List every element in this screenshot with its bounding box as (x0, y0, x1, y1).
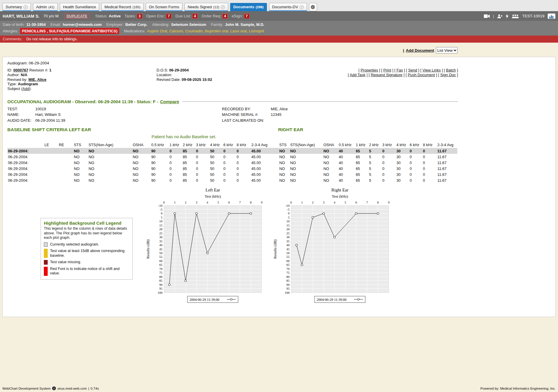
audiogram-row: 06-29-2004:NONONO900850500045.00NONONO40… (7, 160, 457, 166)
legend-item-text: Red Font is to indicate notice of a shif… (50, 267, 129, 276)
medications-list: Aspirin Oral, Calcium, Coumadin, ibuprof… (147, 28, 264, 34)
dob-value: 11-30-1954 (26, 22, 46, 27)
patient-header-bar: HART, WILLIAM S. 70 y/o M DUPLICATE Stat… (0, 11, 558, 21)
view-mode-select[interactable]: List View (436, 47, 458, 54)
tab-count: (41) (48, 5, 54, 9)
svg-text:20: 20 (159, 228, 163, 231)
svg-text:35: 35 (286, 239, 290, 243)
esign-label: eSign: (232, 14, 243, 18)
open-enc-count-badge[interactable]: 7 (166, 14, 172, 19)
svg-text:1: 1 (301, 201, 303, 204)
svg-text:8: 8 (250, 201, 252, 204)
popout-icon[interactable]: ↗ (300, 5, 304, 9)
bar-chart-icon (549, 14, 554, 19)
audiogram-info-right: RECORDED BY:MIE, Alice MACHINE SERIAL #:… (222, 106, 288, 124)
esign-count-badge[interactable]: 7 (244, 14, 250, 19)
doc-action-sign-doc[interactable]: Sign Doc (440, 73, 456, 77)
status-label: Status: (95, 14, 108, 18)
medication-link[interactable]: Calcium (169, 29, 183, 33)
revision-value: 1 (49, 68, 51, 72)
audiogram-heading-row: OCCUPATIONAL AUDIOGRAM - Observed: 06-29… (7, 99, 458, 104)
tab-needs-signed[interactable]: Needs Signed(12)↗ (185, 3, 228, 11)
duplicate-flag[interactable]: DUPLICATE (64, 14, 90, 19)
revised-by-label: Revised by: (7, 77, 27, 82)
tab-label: Needs Signed (188, 5, 212, 9)
doc-action-batch[interactable]: Batch (446, 68, 456, 72)
lightning-bolt-icon[interactable] (506, 14, 509, 19)
footer-system-name: WebChart Development System (2, 387, 51, 390)
svg-text:90: 90 (286, 283, 290, 286)
medication-link[interactable]: Lasix oral (230, 29, 247, 33)
subject-label-close: ): (29, 86, 31, 91)
tab-on-screen-forms[interactable]: On Screen Forms (146, 3, 182, 11)
order-req-count-badge[interactable]: 4 (222, 14, 228, 19)
allergies-value[interactable]: PENICILLINS , SULFA(SULFONAMIDE ANTIBIOT… (20, 28, 119, 34)
medication-link[interactable]: Lisinopril (249, 29, 264, 33)
popout-icon[interactable]: ↗ (221, 5, 225, 9)
doc-action-push-document[interactable]: Push Document (408, 73, 435, 77)
comments-bar: Comments: Do not release info to sibling… (0, 36, 558, 43)
tab-summary[interactable]: Summary↗ (2, 3, 31, 11)
column-header: STS (279, 142, 290, 148)
svg-text:4: 4 (334, 201, 336, 204)
svg-text:100: 100 (158, 291, 163, 294)
tab-admin[interactable]: Admin(41) (33, 3, 58, 11)
author-label: Author: (7, 73, 20, 77)
svg-text:2004-06-29 11:39:00: 2004-06-29 11:39:00 (317, 298, 346, 302)
tab-health-surveillance[interactable]: Health Surveillance (60, 3, 99, 11)
svg-text:9: 9 (388, 201, 390, 204)
tab-documents-dv[interactable]: Documents-DV↗ (269, 3, 307, 11)
tasks-label: Tasks: (124, 14, 136, 18)
medication-link[interactable]: ibuprofen oral (205, 29, 228, 33)
people-group-icon[interactable] (512, 14, 519, 18)
svg-text:6: 6 (228, 201, 230, 204)
column-header: 6 kHz (409, 142, 422, 148)
compare-link[interactable]: Compare (160, 99, 179, 104)
doc-action-request-signature[interactable]: Request Signature (371, 73, 403, 77)
order-req-label: Order Req: (202, 14, 221, 18)
settings-gear-button[interactable] (309, 3, 317, 11)
tab-label: Admin (36, 5, 47, 9)
doc-action-print[interactable]: Print (383, 68, 391, 72)
document-meta-middle: D.O.S: 06-29-2004 Location: Revised Date… (157, 68, 280, 91)
due-list-count-badge[interactable]: 4 (192, 14, 198, 19)
tab-documents[interactable]: Documents(288) (230, 3, 267, 11)
location-label: Location: (157, 73, 172, 77)
flowsheet-chart-button[interactable] (548, 14, 555, 19)
column-header: 3 kHz (382, 142, 396, 148)
svg-text:25: 25 (286, 231, 290, 235)
doc-action-send[interactable]: Send (408, 68, 417, 72)
doc-action-add-task[interactable]: Add Task (350, 73, 365, 77)
tab-medical-record[interactable]: Medical Record(185) (101, 3, 144, 11)
svg-text:Right Ear: Right Ear (331, 188, 348, 192)
legend-color-swatch (44, 260, 48, 265)
svg-text:10: 10 (286, 220, 290, 223)
allergies-label: Allergies: (3, 28, 18, 34)
doc-action-properties[interactable]: Properties (361, 68, 378, 72)
tab-count: (288) (256, 5, 264, 9)
medication-link[interactable]: Coumadin (185, 29, 202, 33)
medication-link[interactable]: Aspirin Oral (147, 29, 167, 33)
document-header: ID: 0000767 Revision #: 1 Author: N/A Re… (7, 68, 458, 91)
add-document-link[interactable]: Add Document (406, 48, 434, 53)
column-header: 8 kHz (236, 142, 251, 148)
revised-by-link[interactable]: MIE, Alice (29, 77, 46, 82)
family-value: John M. Sample, M.D. (225, 22, 265, 27)
subject-add-link[interactable]: Add (22, 86, 29, 91)
doc-action-view-links[interactable]: View Links (423, 68, 441, 72)
toolbar-divider: | (403, 48, 404, 53)
popout-icon[interactable]: ↗ (24, 5, 28, 9)
video-camera-icon[interactable] (484, 14, 490, 18)
patient-id: TEST-10019 (522, 14, 544, 18)
document-id-link[interactable]: 0000767 (13, 68, 28, 72)
svg-text:5: 5 (161, 216, 163, 219)
add-person-icon[interactable] (497, 14, 502, 18)
doc-action-fax[interactable]: Fax (396, 68, 403, 72)
audiogram-row: 06-29-2004:NONONO900850500045.00NONONO40… (7, 166, 457, 171)
open-enc-label: Open Enc: (146, 14, 165, 18)
gear-icon (310, 5, 315, 9)
column-header: 2-3-4 Avg (251, 142, 279, 148)
tasks-count-badge[interactable]: 3 (137, 14, 142, 19)
patient-bar-right: | TEST-10019 (484, 14, 555, 19)
column-header: 4 kHz (396, 142, 409, 148)
